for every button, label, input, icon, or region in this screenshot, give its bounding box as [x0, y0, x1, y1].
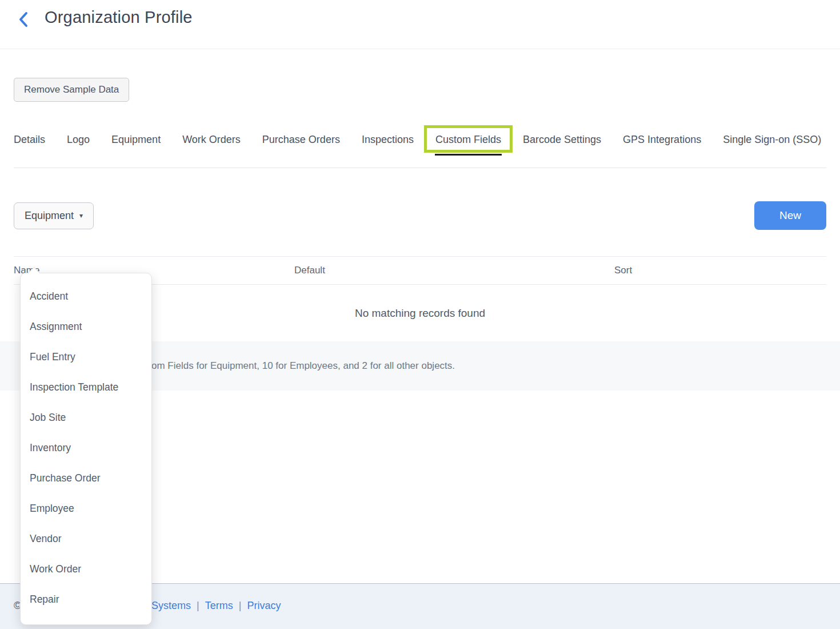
tab-inspections[interactable]: Inspections	[362, 133, 414, 146]
tab-work-orders[interactable]: Work Orders	[182, 133, 241, 146]
remove-sample-data-button[interactable]: Remove Sample Data	[14, 78, 129, 102]
tab-logo[interactable]: Logo	[67, 133, 90, 146]
page-title: Organization Profile	[45, 8, 193, 27]
new-button[interactable]: New	[754, 201, 826, 230]
dropdown-item-work-order[interactable]: Work Order	[21, 554, 151, 584]
footer-terms-link[interactable]: Terms	[205, 600, 233, 612]
footer-separator: |	[197, 600, 199, 612]
dropdown-item-fuel-entry[interactable]: Fuel Entry	[21, 342, 151, 372]
dropdown-item-vendor[interactable]: Vendor	[21, 524, 151, 554]
tab-custom-fields-label: Custom Fields	[435, 134, 501, 145]
tab-custom-fields[interactable]: Custom Fields	[435, 133, 501, 146]
tab-barcode-settings[interactable]: Barcode Settings	[523, 133, 601, 146]
footer-privacy-link[interactable]: Privacy	[247, 600, 281, 612]
toolbar: Equipment ▾ New	[14, 201, 826, 230]
object-type-dropdown-label: Equipment	[25, 210, 74, 222]
chevron-left-icon	[17, 10, 30, 29]
column-header-sort: Sort	[614, 265, 826, 276]
tab-single-sign-on[interactable]: Single Sign-on (SSO)	[723, 133, 821, 146]
dropdown-item-accident[interactable]: Accident	[21, 281, 151, 312]
tab-equipment[interactable]: Equipment	[111, 133, 161, 146]
tab-gps-integrations[interactable]: GPS Integrations	[623, 133, 701, 146]
column-header-default: Default	[294, 265, 614, 276]
dropdown-item-inventory[interactable]: Inventory	[21, 433, 151, 463]
custom-fields-limit-note: om Fields for Equipment, 10 for Employee…	[151, 360, 455, 372]
back-button[interactable]	[17, 10, 30, 29]
object-type-dropdown-menu: Accident Assignment Fuel Entry Inspectio…	[20, 273, 152, 625]
footer-separator: |	[239, 600, 242, 612]
tab-details[interactable]: Details	[14, 133, 45, 146]
tab-bar: Details Logo Equipment Work Orders Purch…	[14, 133, 826, 146]
chevron-down-icon: ▾	[79, 212, 83, 220]
footer-company-link[interactable]: Systems	[151, 600, 191, 612]
tabs-divider	[14, 168, 826, 168]
object-type-dropdown-button[interactable]: Equipment ▾	[14, 202, 94, 229]
dropdown-item-repair[interactable]: Repair	[21, 584, 151, 615]
footer-links: Systems | Terms | Privacy	[151, 600, 281, 612]
dropdown-item-purchase-order[interactable]: Purchase Order	[21, 463, 151, 493]
dropdown-item-job-site[interactable]: Job Site	[21, 403, 151, 433]
dropdown-item-inspection-template[interactable]: Inspection Template	[21, 372, 151, 403]
tab-purchase-orders[interactable]: Purchase Orders	[262, 133, 340, 146]
page-header: Organization Profile	[0, 0, 840, 49]
dropdown-item-employee[interactable]: Employee	[21, 493, 151, 524]
dropdown-item-assignment[interactable]: Assignment	[21, 312, 151, 342]
